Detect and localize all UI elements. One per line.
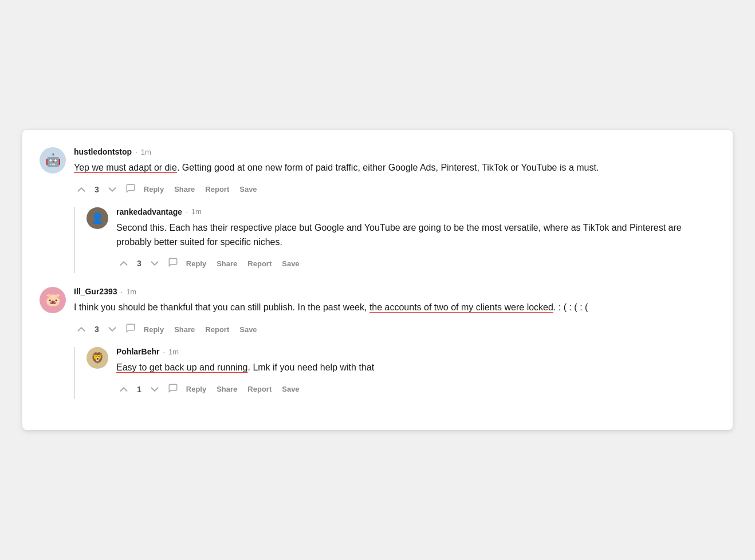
comment-meta: rankedadvantage·1m [116,207,715,216]
report-button[interactable]: Report [245,384,274,395]
report-button[interactable]: Report [203,324,231,335]
comment-actions: 3ReplyShareReportSave [116,256,715,271]
comment-time: 1m [141,148,151,156]
comment-body: hustledontstop·1mYep we must adapt or di… [74,147,715,199]
share-button[interactable]: Share [214,384,239,395]
downvote-button[interactable] [147,256,162,271]
comment-bubble-icon [168,257,178,270]
comment-actions: 1ReplyShareReportSave [116,382,715,397]
comment-text: I think you should be thankful that you … [74,301,715,315]
reply-button[interactable]: Reply [141,184,166,195]
reply-button[interactable]: Reply [141,324,166,335]
vote-count: 3 [95,185,99,194]
avatar: 🦁 [86,347,108,369]
downvote-button[interactable] [105,322,120,337]
comment-bubble-icon [168,383,178,396]
comment-meta: hustledontstop·1m [74,147,715,156]
reply-button[interactable]: Reply [184,384,209,395]
comment-body: Ill_Gur2393·1mI think you should be than… [74,287,715,339]
save-button[interactable]: Save [280,258,301,269]
comment-username: Ill_Gur2393 [74,287,117,296]
replies-section: 👤rankedadvantage·1mSecond this. Each has… [74,207,715,274]
save-button[interactable]: Save [237,184,259,195]
comment-text: Second this. Each has their respective p… [116,221,715,250]
reply-comment: 🦁PohlarBehr·1mEasy to get back up and ru… [86,347,715,399]
meta-dot: · [163,348,165,356]
comment-time: 1m [126,287,136,296]
downvote-button[interactable] [105,182,120,197]
comment-text: Yep we must adapt or die. Getting good a… [74,161,715,175]
comment-meta: PohlarBehr·1m [116,347,715,356]
avatar: 👤 [86,207,108,229]
upvote-button[interactable] [74,322,89,337]
comment-username: PohlarBehr [116,347,159,356]
comment: 🐷Ill_Gur2393·1mI think you should be tha… [40,287,715,339]
comment-time: 1m [191,207,202,216]
vote-count: 3 [137,259,141,268]
comment: 🤖hustledontstop·1mYep we must adapt or d… [40,147,715,199]
comment-time: 1m [168,348,179,356]
meta-dot: · [121,287,123,296]
share-button[interactable]: Share [172,184,197,195]
comment-bubble-icon [125,323,136,336]
reply-body: PohlarBehr·1mEasy to get back up and run… [116,347,715,399]
comment-actions: 3ReplyShareReportSave [74,182,715,197]
save-button[interactable]: Save [280,384,301,395]
reply-comment: 👤rankedadvantage·1mSecond this. Each has… [86,207,715,274]
vote-count: 3 [95,325,99,334]
meta-dot: · [135,148,137,156]
vote-count: 1 [137,385,141,394]
share-button[interactable]: Share [214,258,239,269]
upvote-button[interactable] [116,382,131,397]
downvote-button[interactable] [147,382,162,397]
reply-body: rankedadvantage·1mSecond this. Each has … [116,207,715,274]
comment-username: hustledontstop [74,147,132,156]
comment-username: rankedadvantage [116,207,182,216]
upvote-button[interactable] [116,256,131,271]
share-button[interactable]: Share [172,324,197,335]
avatar: 🐷 [40,287,66,313]
reply-button[interactable]: Reply [184,258,209,269]
comment-bubble-icon [125,183,136,196]
report-button[interactable]: Report [245,258,274,269]
replies-section: 🦁PohlarBehr·1mEasy to get back up and ru… [74,347,715,399]
report-button[interactable]: Report [203,184,231,195]
comment-text: Easy to get back up and running. Lmk if … [116,361,715,375]
avatar: 🤖 [40,147,66,173]
comment-meta: Ill_Gur2393·1m [74,287,715,296]
upvote-button[interactable] [74,182,89,197]
comment-actions: 3ReplyShareReportSave [74,322,715,337]
comments-card: 🤖hustledontstop·1mYep we must adapt or d… [22,130,733,430]
meta-dot: · [186,207,188,216]
save-button[interactable]: Save [237,324,259,335]
